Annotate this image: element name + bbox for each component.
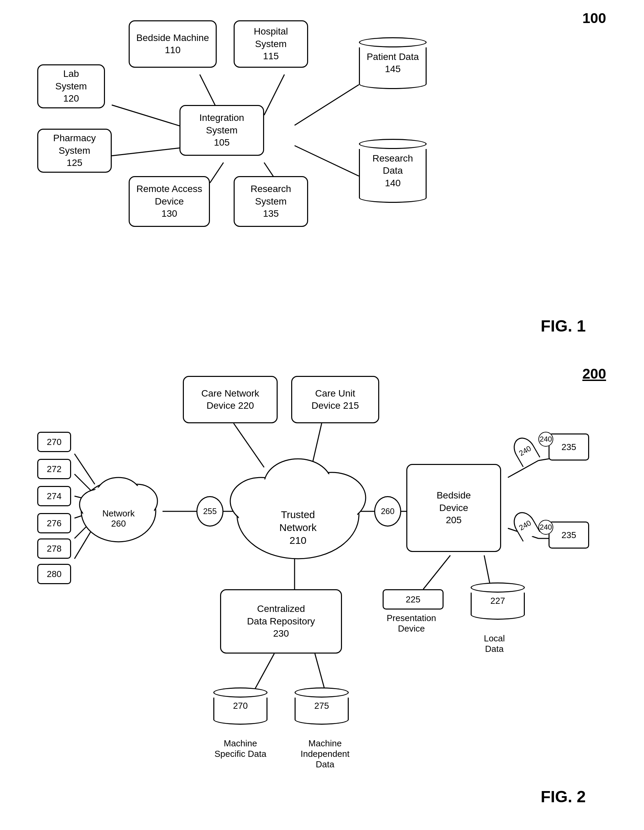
svg-line-6	[294, 85, 359, 125]
fig1-ref-number: 100	[582, 10, 606, 27]
arc-240-lower: 240	[509, 508, 540, 542]
care-unit-device-label: Care UnitDevice 215	[312, 387, 359, 412]
svg-line-4	[210, 163, 223, 183]
patient-data-top	[359, 37, 427, 48]
local-data-top	[471, 583, 525, 592]
machine-independent-bottom	[294, 714, 349, 725]
svg-point-46	[266, 461, 330, 508]
side-box-280: 280	[37, 564, 71, 584]
lab-system-node: LabSystem120	[37, 64, 105, 108]
bedside-device-node: BedsideDevice205	[406, 464, 501, 552]
oval-260-label: 260	[381, 507, 394, 516]
presentation-device-label: PresentationDevice	[366, 613, 457, 634]
arc-240-lower-label: 240	[517, 518, 533, 532]
research-data-bottom	[359, 193, 427, 203]
hospital-system-label: HospitalSystem115	[253, 25, 288, 62]
machine-specific-label: MachineSpecific Data	[200, 738, 281, 759]
oval-255-label: 255	[203, 507, 217, 516]
svg-line-1	[264, 74, 285, 115]
page: 100 Bedside Machine110 Hos	[0, 0, 644, 830]
fig2-label: FIG. 2	[541, 787, 586, 806]
label-240-near-upper-235: 240	[538, 432, 553, 447]
research-system-label: ResearchSystem135	[250, 183, 291, 220]
oval-260: 260	[374, 496, 401, 527]
side-box-274: 274	[37, 486, 71, 506]
bedside-device-label: BedsideDevice205	[437, 489, 471, 526]
patient-data-label: Patient Data145	[367, 51, 419, 76]
remote-access-node: Remote AccessDevice130	[129, 176, 210, 227]
bedside-machine-label: Bedside Machine110	[136, 32, 209, 57]
side-box-278: 278	[37, 539, 71, 559]
bedside-machine-node: Bedside Machine110	[129, 20, 217, 68]
svg-text:Trusted: Trusted	[281, 509, 315, 520]
centralized-repo-node: CentralizedData Repository230	[220, 589, 342, 654]
machine-independent-label: MachineIndependentData	[285, 738, 366, 770]
fig1-diagram: 100 Bedside Machine110 Hos	[17, 10, 627, 356]
device-235-upper: 235	[549, 434, 589, 461]
pharmacy-system-node: PharmacySystem125	[37, 129, 112, 173]
presentation-device-box: 225	[383, 589, 443, 610]
svg-text:Network: Network	[279, 522, 317, 533]
research-data-cylinder: Research Data140	[359, 139, 427, 203]
arc-240-upper-label: 240	[517, 444, 533, 458]
integration-system-label: IntegrationSystem105	[199, 112, 244, 149]
integration-system-node: IntegrationSystem105	[179, 105, 264, 156]
machine-specific-cylinder: 270	[213, 687, 267, 725]
side-box-270: 270	[37, 432, 71, 452]
care-network-device-node: Care NetworkDevice 220	[183, 376, 278, 423]
device-235-lower: 235	[549, 521, 589, 549]
svg-text:Network: Network	[102, 508, 135, 518]
machine-independent-top	[294, 687, 349, 698]
care-network-device-label: Care NetworkDevice 220	[201, 387, 259, 412]
svg-text:210: 210	[290, 535, 307, 546]
fig2-diagram: 200	[17, 366, 627, 819]
side-box-272: 272	[37, 459, 71, 479]
fig1-label: FIG. 1	[541, 317, 586, 335]
pharmacy-system-label: PharmacySystem125	[53, 132, 96, 169]
fig2-ref-number: 200	[582, 366, 606, 382]
svg-line-25	[254, 654, 274, 691]
arc-240-upper: 240	[509, 434, 540, 467]
svg-line-26	[315, 654, 325, 691]
local-data-cylinder: 227	[471, 583, 525, 620]
patient-data-body: Patient Data145	[359, 48, 427, 80]
research-system-node: ResearchSystem135	[234, 176, 308, 227]
label-240-near-lower-235: 240	[538, 520, 553, 535]
research-data-body: Research Data140	[359, 149, 427, 194]
svg-line-7	[294, 146, 359, 176]
remote-access-label: Remote AccessDevice130	[136, 183, 203, 220]
fig1-lines	[17, 10, 627, 356]
machine-specific-top	[213, 687, 267, 698]
local-data-label: LocalData	[460, 633, 528, 654]
svg-text:260: 260	[111, 518, 126, 529]
side-box-276: 276	[37, 513, 71, 533]
local-data-bottom	[471, 610, 525, 620]
care-unit-device-node: Care UnitDevice 215	[291, 376, 379, 423]
lab-system-label: LabSystem120	[55, 68, 87, 105]
patient-data-bottom	[359, 79, 427, 89]
research-data-label: Research Data140	[362, 152, 424, 189]
centralized-repo-label: CentralizedData Repository230	[247, 603, 315, 640]
research-data-top	[359, 139, 427, 149]
hospital-system-node: HospitalSystem115	[234, 20, 308, 68]
patient-data-cylinder: Patient Data145	[359, 37, 427, 89]
network-cloud: Network 260	[74, 467, 163, 552]
trusted-network-cloud: Trusted Network 210	[227, 447, 369, 565]
machine-specific-bottom	[213, 714, 267, 725]
oval-255: 255	[196, 496, 223, 527]
svg-line-27	[423, 555, 450, 589]
machine-independent-cylinder: 275	[294, 687, 349, 725]
